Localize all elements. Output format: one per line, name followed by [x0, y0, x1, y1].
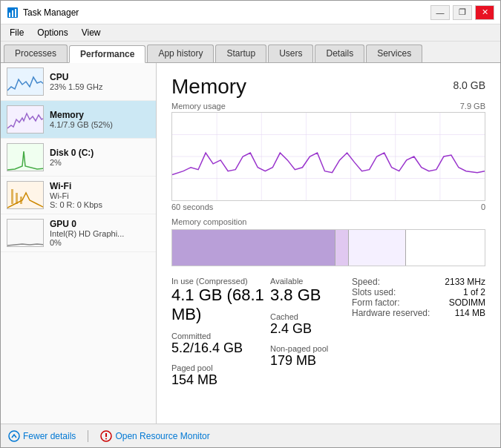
stat-committed-value: 5.2/16.4 GB: [171, 340, 270, 356]
spec-speed-value: 2133 MHz: [445, 277, 485, 287]
wifi-thumbnail: [7, 181, 44, 209]
spec-speed-label: Speed:: [352, 277, 380, 287]
spec-form: Form factor: SODIMM: [352, 297, 485, 308]
cpu-info: CPU 23% 1.59 GHz: [50, 72, 150, 91]
gpu-thumbnail: [7, 219, 44, 247]
stat-committed: Committed 5.2/16.4 GB: [171, 332, 270, 356]
stats-section: In use (Compressed) 4.1 GB (68.1 MB) Com…: [171, 277, 485, 395]
stat-paged: Paged pool 154 MB: [171, 363, 270, 388]
chart-time-right: 0: [481, 202, 485, 211]
title-controls: — ❐ ✕: [430, 5, 494, 20]
sidebar-item-disk[interactable]: Disk 0 (C:) 2%: [1, 139, 156, 177]
detail-panel: Memory 8.0 GB Memory usage 7.9 GB: [157, 63, 500, 424]
minimize-button[interactable]: —: [430, 5, 450, 20]
svg-rect-1: [9, 13, 10, 17]
spec-slots: Slots used: 1 of 2: [352, 287, 485, 297]
stat-nonpaged: Non-paged pool 179 MB: [270, 344, 352, 369]
spec-hw-reserved-label: Hardware reserved:: [352, 308, 430, 318]
gpu-name: GPU 0: [50, 219, 150, 229]
gpu-info: GPU 0 Intel(R) HD Graphi... 0%: [50, 219, 150, 247]
stat-paged-value: 154 MB: [171, 372, 270, 388]
tab-startup[interactable]: Startup: [215, 45, 266, 62]
close-button[interactable]: ✕: [475, 5, 494, 20]
svg-rect-5: [16, 193, 18, 204]
chart-section: Memory usage 7.9 GB: [171, 102, 485, 211]
wifi-detail2: S: 0 R: 0 Kbps: [50, 200, 150, 209]
svg-rect-2: [12, 10, 13, 17]
composition-bar: [171, 229, 485, 266]
sidebar-item-wifi[interactable]: Wi-Fi Wi-Fi S: 0 R: 0 Kbps: [1, 177, 156, 214]
cpu-name: CPU: [50, 72, 150, 82]
stat-in-use: In use (Compressed) 4.1 GB (68.1 MB): [171, 277, 270, 324]
menu-bar: File Options View: [1, 24, 500, 42]
sidebar-item-cpu[interactable]: CPU 23% 1.59 GHz: [1, 63, 156, 101]
comp-standby: [349, 230, 405, 266]
spec-slots-label: Slots used:: [352, 287, 396, 297]
svg-point-19: [105, 438, 107, 439]
resource-monitor-label: Open Resource Monitor: [115, 431, 209, 441]
memory-detail: 4.1/7.9 GB (52%): [50, 120, 150, 129]
comp-in-use: [172, 230, 335, 266]
stat-available-label: Available: [270, 277, 352, 286]
title-bar-left: Task Manager: [7, 7, 79, 19]
chart-label-row: Memory usage 7.9 GB: [171, 102, 485, 111]
wifi-info: Wi-Fi Wi-Fi S: 0 R: 0 Kbps: [50, 181, 150, 209]
stat-in-use-value: 4.1 GB (68.1 MB): [171, 286, 270, 324]
chart-usage-label: Memory usage: [171, 102, 226, 111]
window-title: Task Manager: [23, 7, 79, 18]
gpu-detail2: 0%: [50, 238, 150, 247]
maximize-button[interactable]: ❐: [453, 5, 472, 20]
detail-header: Memory 8.0 GB: [171, 75, 485, 99]
stat-nonpaged-label: Non-paged pool: [270, 344, 352, 353]
tab-services[interactable]: Services: [366, 45, 422, 62]
memory-thumbnail: [7, 105, 44, 134]
comp-modified: [335, 230, 348, 266]
menu-file[interactable]: File: [4, 26, 30, 39]
tab-processes[interactable]: Processes: [4, 45, 68, 62]
stat-committed-label: Committed: [171, 332, 270, 340]
memory-name: Memory: [50, 110, 150, 120]
tab-performance[interactable]: Performance: [69, 45, 145, 63]
tab-users[interactable]: Users: [268, 45, 313, 62]
bottom-divider: [88, 430, 88, 442]
stat-cached-value: 2.4 GB: [270, 321, 352, 337]
app-icon: [7, 7, 19, 19]
stat-cached: Cached 2.4 GB: [270, 312, 352, 337]
task-manager-window: Task Manager — ❐ ✕ File Options View Pro…: [0, 0, 501, 448]
spec-slots-value: 1 of 2: [463, 287, 485, 297]
svg-point-16: [9, 431, 19, 441]
composition-label: Memory composition: [171, 217, 485, 226]
wifi-name: Wi-Fi: [50, 181, 150, 191]
menu-view[interactable]: View: [76, 26, 107, 39]
bottom-bar: Fewer details Open Resource Monitor: [1, 424, 500, 447]
svg-rect-3: [15, 9, 16, 17]
spec-form-label: Form factor:: [352, 297, 400, 308]
fewer-details-link[interactable]: Fewer details: [8, 430, 76, 442]
resource-monitor-link[interactable]: Open Resource Monitor: [100, 430, 209, 442]
spec-speed: Speed: 2133 MHz: [352, 277, 485, 287]
stat-available-value: 3.8 GB: [270, 286, 352, 305]
tab-app-history[interactable]: App history: [147, 45, 214, 62]
resource-monitor-icon: [100, 430, 112, 442]
sidebar-item-gpu[interactable]: GPU 0 Intel(R) HD Graphi... 0%: [1, 214, 156, 252]
gpu-detail1: Intel(R) HD Graphi...: [50, 229, 150, 238]
stats-center: Available 3.8 GB Cached 2.4 GB Non-paged…: [270, 277, 352, 395]
sidebar-item-memory[interactable]: Memory 4.1/7.9 GB (52%): [1, 101, 156, 139]
memory-chart: [171, 112, 485, 201]
title-bar: Task Manager — ❐ ✕: [1, 1, 500, 24]
stat-available: Available 3.8 GB: [270, 277, 352, 305]
chart-time-row: 60 seconds 0: [171, 202, 485, 211]
stats-right: Speed: 2133 MHz Slots used: 1 of 2 Form …: [352, 277, 485, 395]
disk-thumbnail: [7, 143, 44, 171]
menu-options[interactable]: Options: [31, 26, 73, 39]
spec-form-value: SODIMM: [449, 297, 485, 308]
chart-usage-value: 7.9 GB: [460, 102, 485, 111]
stat-in-use-label: In use (Compressed): [171, 277, 270, 286]
detail-title: Memory: [171, 75, 246, 99]
svg-rect-4: [11, 189, 13, 204]
sidebar: CPU 23% 1.59 GHz Memory 4.1/7.9 GB (52%): [1, 63, 157, 424]
chevron-up-icon: [8, 430, 20, 442]
tab-details[interactable]: Details: [315, 45, 364, 62]
cpu-detail: 23% 1.59 GHz: [50, 82, 150, 91]
comp-free: [406, 230, 485, 266]
